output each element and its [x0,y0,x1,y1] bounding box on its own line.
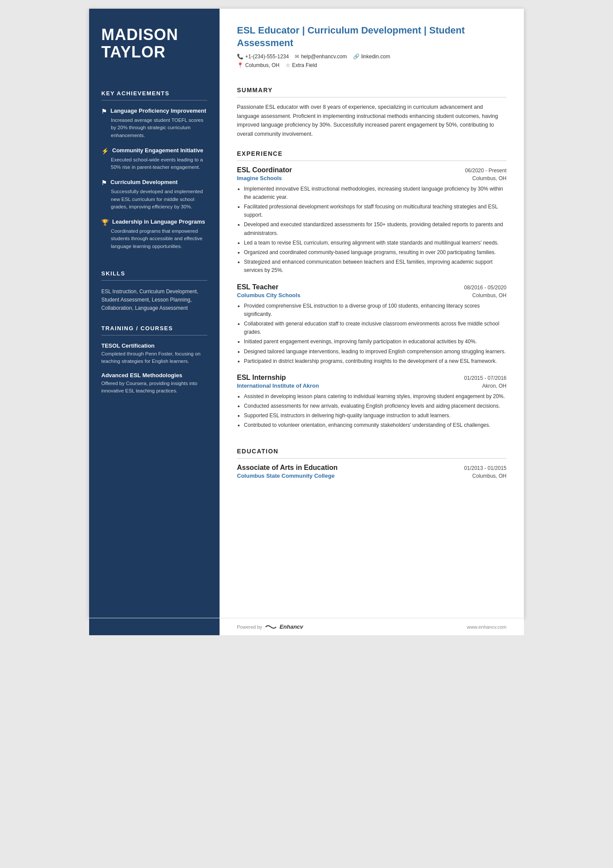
footer-website: www.enhancv.com [467,624,506,630]
exp-3-bullet-3: Supported ESL instructors in delivering … [244,412,506,420]
exp-1-bullet-5: Organized and coordinated community-base… [244,248,506,257]
exp-3-dates: 01/2015 - 07/2016 [464,375,506,381]
exp-1-bullet-6: Strategized and enhanced communication b… [244,258,506,275]
exp-2-org-row: Columbus City Schools Columbus, OH [237,292,506,298]
exp-1-bullet-1: Implemented innovative ESL instructional… [244,185,506,201]
star-icon: ☆ [286,62,290,68]
summary-text: Passionate ESL educator with over 8 year… [237,103,506,139]
exp-3-bullet-1: Assisted in developing lesson plans cate… [244,392,506,401]
exp-3-org-row: International Institute of Akron Akron, … [237,382,506,389]
training-title-1: TESOL Certification [101,342,207,349]
footer-main: Powered by Enhancv www.enhancv.com [220,618,524,635]
summary-divider [237,97,506,97]
achievement-icon-title-4: 🏆 Leadership in Language Programs [101,218,207,226]
exp-3-bullet-4: Contributed to volunteer orientation, en… [244,421,506,429]
powered-by-label: Powered by [237,624,262,630]
brand-name: Enhancv [280,623,303,630]
flag-icon-1: ⚑ [101,108,107,115]
linkedin-icon: 🔗 [353,54,360,60]
exp-2-dates: 08/2016 - 05/2020 [464,285,506,291]
achievement-item-3: ⚑ Curriculum Development Successfully de… [101,179,207,211]
achievement-title-1: Language Proficiency Improvement [110,107,206,114]
achievement-title-3: Curriculum Development [110,179,178,185]
summary-title: SUMMARY [237,87,506,94]
training-title: TRAINING / COURSES [101,325,207,332]
footer-sidebar-space [89,618,220,635]
exp-1-dates: 06/2020 - Present [465,168,506,174]
exp-2-header: ESL Teacher 08/2016 - 05/2020 [237,283,506,291]
exp-1-bullets: Implemented innovative ESL instructional… [244,185,506,276]
exp-1-job-title: ESL Coordinator [237,166,292,174]
contact-linkedin: 🔗 linkedin.com [353,54,390,60]
experience-divider [237,161,506,161]
exp-3-header: ESL Internship 01/2015 - 07/2016 [237,374,506,382]
exp-1-header: ESL Coordinator 06/2020 - Present [237,166,506,174]
achievement-item-1: ⚑ Language Proficiency Improvement Incre… [101,107,207,139]
exp-2-bullet-4: Designed tailored language interventions… [244,348,506,356]
exp-2-bullet-1: Provided comprehensive ESL instruction t… [244,302,506,318]
resume-container: MADISON TAYLOR KEY ACHIEVEMENTS ⚑ Langua… [89,9,524,618]
linkedin-text: linkedin.com [361,54,390,60]
contact-row-1: 📞 +1-(234)-555-1234 ✉ help@enhancv.com 🔗… [237,54,506,60]
main-content: ESL Educator | Curriculum Development | … [220,9,524,618]
training-item-1: TESOL Certification Completed through Pe… [101,342,207,365]
edu-1-dates: 01/2013 - 01/2015 [464,465,506,471]
achievement-icon-title-2: ⚡ Community Engagement Initiative [101,147,207,154]
training-desc-2: Offered by Coursera, providing insights … [101,380,207,395]
achievements-title: KEY ACHIEVEMENTS [101,90,207,97]
exp-1-org-row: Imagine Schools Columbus, OH [237,175,506,181]
trophy-icon: 🏆 [101,219,109,226]
exp-3-org-name: International Institute of Akron [237,382,319,389]
achievement-item-2: ⚡ Community Engagement Initiative Execut… [101,147,207,171]
enhancv-logo-icon [265,624,277,630]
name-line1: MADISON [101,26,178,44]
achievement-icon-title-3: ⚑ Curriculum Development [101,179,207,186]
name-line2: TAYLOR [101,43,166,61]
exp-1-location: Columbus, OH [472,175,506,181]
achievement-title-4: Leadership in Language Programs [112,218,205,225]
exp-2-job-title: ESL Teacher [237,283,278,291]
main-headline: ESL Educator | Curriculum Development | … [237,24,506,49]
candidate-name: MADISON TAYLOR [101,26,207,60]
training-desc-1: Completed through Penn Foster, focusing … [101,350,207,365]
achievement-desc-3: Successfully developed and implemented n… [101,188,207,211]
skills-text: ESL Instruction, Curriculum Development,… [101,288,207,313]
skills-title: SKILLS [101,270,207,277]
contact-extra: ☆ Extra Field [286,62,317,68]
exp-1-bullet-4: Led a team to revise ESL curriculum, ens… [244,239,506,247]
exp-3-job-title: ESL Internship [237,374,286,382]
exp-3-bullet-2: Conducted assessments for new arrivals, … [244,402,506,410]
sidebar: MADISON TAYLOR KEY ACHIEVEMENTS ⚑ Langua… [89,9,220,618]
edu-1-header: Associate of Arts in Education 01/2013 -… [237,464,506,472]
experience-title: EXPERIENCE [237,150,506,157]
education-divider [237,458,506,459]
achievement-item-4: 🏆 Leadership in Language Programs Coordi… [101,218,207,250]
achievements-divider [101,100,207,101]
skills-divider [101,280,207,281]
achievements-list: ⚑ Language Proficiency Improvement Incre… [101,107,207,258]
training-title-2: Advanced ESL Methodologies [101,372,207,379]
exp-3-location: Akron, OH [482,383,506,389]
edu-1-org-row: Columbus State Community College Columbu… [237,473,506,479]
achievement-title-2: Community Engagement Initiative [112,147,203,154]
exp-2-bullet-3: Initiated parent engagement evenings, im… [244,338,506,346]
training-list: TESOL Certification Completed through Pe… [101,342,207,402]
edu-1-org-name: Columbus State Community College [237,473,335,479]
phone-text: +1-(234)-555-1234 [245,54,289,60]
contact-location: 📍 Columbus, OH [237,62,280,68]
achievement-icon-title-1: ⚑ Language Proficiency Improvement [101,107,207,115]
footer: Powered by Enhancv www.enhancv.com [89,618,524,635]
exp-2-org-name: Columbus City Schools [237,292,300,298]
exp-1-org-name: Imagine Schools [237,175,282,181]
achievement-desc-2: Executed school-wide events leading to a… [101,156,207,171]
footer-powered-by: Powered by Enhancv [237,623,303,630]
exp-2-bullets: Provided comprehensive ESL instruction t… [244,302,506,367]
extra-field-text: Extra Field [292,62,317,68]
education-title: EDUCATION [237,448,506,455]
exp-3-bullets: Assisted in developing lesson plans cate… [244,392,506,431]
exp-1-bullet-3: Developed and executed standardized asse… [244,221,506,237]
email-icon: ✉ [295,54,299,60]
contact-row-2: 📍 Columbus, OH ☆ Extra Field [237,62,506,68]
training-divider [101,335,207,335]
contact-phone: 📞 +1-(234)-555-1234 [237,54,289,60]
